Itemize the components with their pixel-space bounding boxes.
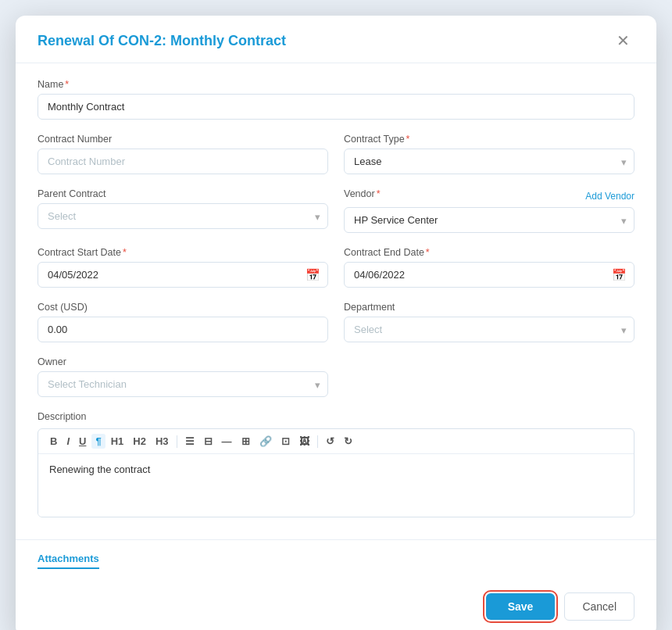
department-label: Department xyxy=(344,302,634,313)
bullet-list-button[interactable]: ☰ xyxy=(181,434,198,449)
table-button[interactable]: ⊞ xyxy=(238,434,254,449)
parent-contract-select[interactable]: Select xyxy=(38,203,328,229)
description-content[interactable]: Renewing the contract xyxy=(38,454,634,517)
paragraph-button[interactable]: ¶ xyxy=(91,434,105,449)
embed-button[interactable]: ⊡ xyxy=(277,434,294,449)
vendor-label-row: Vendor* Add Vendor xyxy=(344,188,634,203)
owner-label: Owner xyxy=(38,356,328,367)
name-input[interactable] xyxy=(38,94,634,120)
modal-header: Renewal Of CON-2: Monthly Contract ✕ xyxy=(16,16,656,63)
close-button[interactable]: ✕ xyxy=(612,31,634,50)
parent-contract-label: Parent Contract xyxy=(38,188,328,199)
vendor-select-wrapper: HP Service Center ▾ xyxy=(344,207,634,233)
description-label: Description xyxy=(38,411,634,422)
modal-container: Renewal Of CON-2: Monthly Contract ✕ Nam… xyxy=(16,16,656,630)
ordered-list-button[interactable]: ⊟ xyxy=(200,434,216,449)
owner-select-wrapper: Select Technician ▾ xyxy=(38,371,328,397)
description-group: Description B I U ¶ H1 H2 H3 ☰ ⊟ xyxy=(38,411,634,517)
modal-body: Name* Contract Number Contract Type* xyxy=(16,63,656,539)
department-select-wrapper: Select ▾ xyxy=(344,317,634,342)
modal-overlay: Renewal Of CON-2: Monthly Contract ✕ Nam… xyxy=(0,0,672,630)
end-date-group: Contract End Date* 📅 xyxy=(344,247,634,288)
department-group: Department Select ▾ xyxy=(344,302,634,342)
cost-group: Cost (USD) xyxy=(38,302,328,342)
owner-select[interactable]: Select Technician xyxy=(38,371,328,397)
attachments-section: Attachments xyxy=(16,539,656,582)
image-button[interactable]: 🖼 xyxy=(295,434,313,449)
h2-button[interactable]: H2 xyxy=(129,434,150,449)
parent-vendor-row: Parent Contract Select ▾ Vendor* Add Ven… xyxy=(38,188,634,233)
vendor-label: Vendor* xyxy=(344,188,381,199)
cost-label: Cost (USD) xyxy=(38,302,328,313)
contract-number-type-row: Contract Number Contract Type* Lease Mai… xyxy=(38,134,634,174)
end-date-input-wrapper: 📅 xyxy=(344,262,634,288)
link-button[interactable]: 🔗 xyxy=(256,434,276,449)
attachments-label[interactable]: Attachments xyxy=(38,553,99,569)
contract-number-input[interactable] xyxy=(38,149,328,174)
owner-group: Owner Select Technician ▾ xyxy=(38,356,328,397)
contract-number-label: Contract Number xyxy=(38,134,328,145)
end-date-label: Contract End Date* xyxy=(344,247,634,258)
name-row: Name* xyxy=(38,79,634,120)
owner-row: Owner Select Technician ▾ xyxy=(38,356,634,397)
description-row: Description B I U ¶ H1 H2 H3 ☰ ⊟ xyxy=(38,411,634,517)
name-label: Name* xyxy=(38,79,634,90)
cost-department-row: Cost (USD) Department Select ▾ xyxy=(38,302,634,342)
contract-number-group: Contract Number xyxy=(38,134,328,174)
dates-row: Contract Start Date* 📅 Contract End Date… xyxy=(38,247,634,288)
bold-button[interactable]: B xyxy=(46,434,61,449)
save-button[interactable]: Save xyxy=(486,593,556,620)
contract-type-select-wrapper: Lease Maintenance Service ▾ xyxy=(344,149,634,174)
redo-button[interactable]: ↻ xyxy=(340,434,356,449)
start-date-label: Contract Start Date* xyxy=(38,247,328,258)
contract-type-label: Contract Type* xyxy=(344,134,634,145)
vendor-group: Vendor* Add Vendor HP Service Center ▾ xyxy=(344,188,634,233)
parent-contract-group: Parent Contract Select ▾ xyxy=(38,188,328,233)
end-date-input[interactable] xyxy=(344,262,634,288)
h3-button[interactable]: H3 xyxy=(152,434,173,449)
contract-type-select[interactable]: Lease Maintenance Service xyxy=(344,149,634,174)
editor-toolbar: B I U ¶ H1 H2 H3 ☰ ⊟ — ⊞ 🔗 xyxy=(38,429,634,454)
h1-button[interactable]: H1 xyxy=(107,434,128,449)
vendor-select[interactable]: HP Service Center xyxy=(344,207,634,233)
underline-button[interactable]: U xyxy=(75,434,90,449)
start-date-input-wrapper: 📅 xyxy=(38,262,328,288)
undo-button[interactable]: ↺ xyxy=(322,434,338,449)
start-date-input[interactable] xyxy=(38,262,328,288)
italic-button[interactable]: I xyxy=(63,434,73,449)
contract-type-group: Contract Type* Lease Maintenance Service… xyxy=(344,134,634,174)
modal-footer: Save Cancel xyxy=(16,582,656,630)
start-date-group: Contract Start Date* 📅 xyxy=(38,247,328,288)
department-select[interactable]: Select xyxy=(344,317,634,342)
name-group: Name* xyxy=(38,79,634,120)
hr-button[interactable]: — xyxy=(218,434,236,449)
parent-contract-select-wrapper: Select ▾ xyxy=(38,203,328,229)
toolbar-separator-1 xyxy=(177,435,177,448)
cancel-button[interactable]: Cancel xyxy=(564,592,634,621)
toolbar-separator-2 xyxy=(317,435,318,448)
add-vendor-link[interactable]: Add Vendor xyxy=(585,191,634,202)
cost-input[interactable] xyxy=(38,317,328,342)
description-editor-wrapper: B I U ¶ H1 H2 H3 ☰ ⊟ — ⊞ 🔗 xyxy=(38,428,634,517)
modal-title: Renewal Of CON-2: Monthly Contract xyxy=(38,33,286,49)
